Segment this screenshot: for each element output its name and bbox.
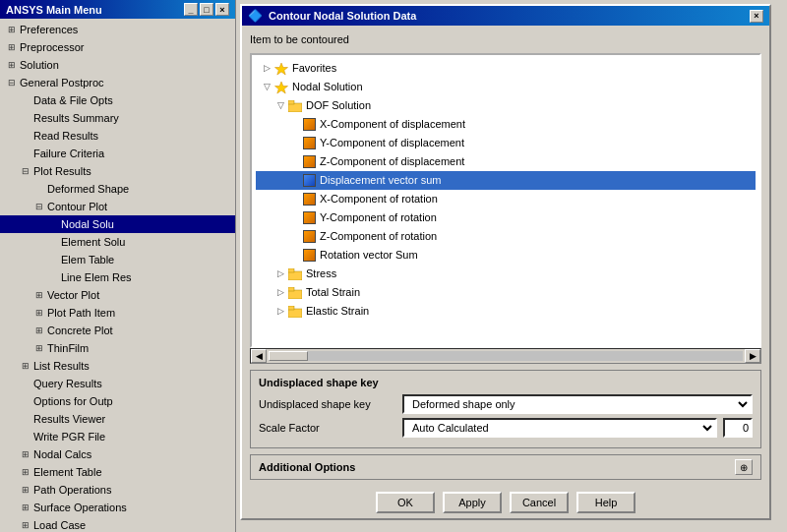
expand-icon: ▷ [273,284,287,301]
node-label: Z-Component of displacement [320,153,464,170]
sidebar-item-label: Element Solu [61,234,125,250]
expand-icon [45,216,61,232]
sidebar-item-vector-plot[interactable]: ⊞ Vector Plot [0,286,235,304]
node-nodal-solution[interactable]: ▽ Nodal Solution [256,78,756,96]
node-label: Rotation vector Sum [320,247,418,264]
sidebar-item-element-solu[interactable]: Element Solu [0,233,235,251]
dialog-background: 🔷 Contour Nodal Solution Data × Item to … [236,0,787,532]
sidebar-item-label: List Results [33,358,90,374]
expand-icon [31,181,47,197]
node-favorites[interactable]: ▷ Favorites [256,59,756,78]
sidebar-item-nodal-solu[interactable]: Nodal Solu [0,215,235,233]
main-menu-titlebar: ANSYS Main Menu _ □ × [0,0,235,19]
sidebar-item-label: Vector Plot [47,287,99,303]
orange-cube-icon [301,248,317,264]
undisplaced-key-select[interactable]: Deformed shape only Undeformed shape Bot… [402,394,753,414]
sidebar-item-thin-film[interactable]: ⊞ ThinFilm [0,339,235,357]
sidebar-item-label: ThinFilm [47,340,89,356]
expand-icon [18,128,33,144]
sidebar-item-write-pgr-file[interactable]: Write PGR File [0,428,235,445]
sidebar-item-label: Solution [20,57,59,73]
sidebar-item-deformed-shape[interactable]: Deformed Shape [0,180,235,198]
node-stress[interactable]: ▷ Stress [256,265,756,283]
expand-icon: ⊞ [31,305,47,321]
main-menu-panel: ANSYS Main Menu _ □ × ⊞ Preferences ⊞ Pr… [0,0,236,532]
sidebar-item-surface-operations[interactable]: ⊞ Surface Operations [0,499,235,516]
minimize-button[interactable]: _ [184,3,198,16]
orange-cube-icon [301,210,317,226]
svg-marker-0 [275,63,288,75]
cancel-button[interactable]: Cancel [510,492,569,513]
orange-cube-icon [301,229,317,245]
horizontal-scrollbar[interactable]: ◀ ▶ [250,348,761,364]
node-label: DOF Solution [306,97,371,114]
svg-rect-3 [288,100,294,104]
node-label: Y-Component of displacement [320,135,464,151]
sidebar-item-results-viewer[interactable]: Results Viewer [0,410,235,428]
node-x-displacement[interactable]: X-Component of displacement [256,115,756,134]
svg-rect-4 [288,271,302,280]
sidebar-item-label: Elem Table [61,252,114,267]
sidebar-item-label: Query Results [33,376,102,391]
node-x-rotation[interactable]: X-Component of rotation [256,190,756,208]
node-y-rotation[interactable]: Y-Component of rotation [256,208,756,227]
sidebar-item-line-elem-res[interactable]: Line Elem Res [0,268,235,286]
sidebar-item-data-file-opts[interactable]: Data & File Opts [0,91,235,109]
orange-cube-icon [301,136,317,151]
node-dof-solution[interactable]: ▽ DOF Solution [256,96,756,115]
sidebar-item-preprocessor[interactable]: ⊞ Preprocessor [0,38,235,56]
expand-icon: ⊞ [18,464,33,480]
scale-factor-select[interactable]: Auto Calculated Manual [402,418,717,438]
scale-factor-input[interactable] [723,418,753,438]
contour-tree-list[interactable]: ▷ Favorites ▽ Nodal Solution ▽ [250,53,761,348]
expand-icon [45,252,61,267]
sidebar-item-load-case[interactable]: ⊞ Load Case [0,516,235,532]
sidebar-item-solution[interactable]: ⊞ Solution [0,56,235,74]
svg-rect-8 [288,309,302,318]
sidebar-item-options-outp[interactable]: Options for Outp [0,392,235,410]
folder-icon [287,304,303,320]
folder-icon [287,285,303,301]
node-total-strain[interactable]: ▷ Total Strain [256,283,756,302]
sidebar-item-list-results[interactable]: ⊞ List Results [0,357,235,375]
svg-rect-9 [288,306,294,310]
main-menu-title: ANSYS Main Menu [6,4,102,16]
sidebar-item-element-table[interactable]: ⊞ Element Table [0,463,235,481]
scroll-thumb[interactable] [269,351,308,361]
sidebar-item-contour-plot[interactable]: ⊟ Contour Plot [0,198,235,215]
node-disp-vector-sum[interactable]: Displacement vector sum [256,171,756,190]
sidebar-item-general-postproc[interactable]: ⊟ General Postproc [0,74,235,91]
help-button[interactable]: Help [576,492,636,513]
scroll-left-btn[interactable]: ◀ [251,349,267,363]
sidebar-item-results-summary[interactable]: Results Summary [0,109,235,127]
node-rotation-vector-sum[interactable]: Rotation vector Sum [256,246,756,265]
close-button[interactable]: × [215,3,229,16]
maximize-button[interactable]: □ [200,3,213,16]
sidebar-item-elem-table[interactable]: Elem Table [0,251,235,268]
sidebar-item-nodal-calcs[interactable]: ⊞ Nodal Calcs [0,445,235,463]
node-elastic-strain[interactable]: ▷ Elastic Strain [256,302,756,321]
node-z-displacement[interactable]: Z-Component of displacement [256,152,756,171]
collapse-additional-button[interactable]: ⊕ [735,459,753,475]
node-z-rotation[interactable]: Z-Component of rotation [256,227,756,246]
scroll-right-btn[interactable]: ▶ [745,349,760,363]
sidebar-item-path-operations[interactable]: ⊞ Path Operations [0,481,235,499]
expand-icon: ⊞ [18,482,33,498]
apply-button[interactable]: Apply [443,492,502,513]
svg-rect-6 [288,290,302,299]
sidebar-item-query-results[interactable]: Query Results [0,375,235,392]
sidebar-item-preferences[interactable]: ⊞ Preferences [0,21,235,38]
node-y-displacement[interactable]: Y-Component of displacement [256,134,756,152]
sidebar-item-label: Data & File Opts [33,92,113,108]
ok-button[interactable]: OK [376,492,435,513]
sidebar-item-failure-criteria[interactable]: Failure Criteria [0,145,235,162]
dialog-title: Contour Nodal Solution Data [269,10,416,22]
scale-factor-label: Scale Factor [259,422,396,434]
expand-icon [18,146,33,161]
sidebar-item-read-results[interactable]: Read Results [0,127,235,145]
sidebar-item-plot-path-item[interactable]: ⊞ Plot Path Item [0,304,235,322]
sidebar-item-label: Plot Path Item [47,305,115,321]
sidebar-item-plot-results[interactable]: ⊟ Plot Results [0,162,235,180]
sidebar-item-concrete-plot[interactable]: ⊞ Concrete Plot [0,322,235,339]
dialog-close-button[interactable]: × [750,10,763,23]
